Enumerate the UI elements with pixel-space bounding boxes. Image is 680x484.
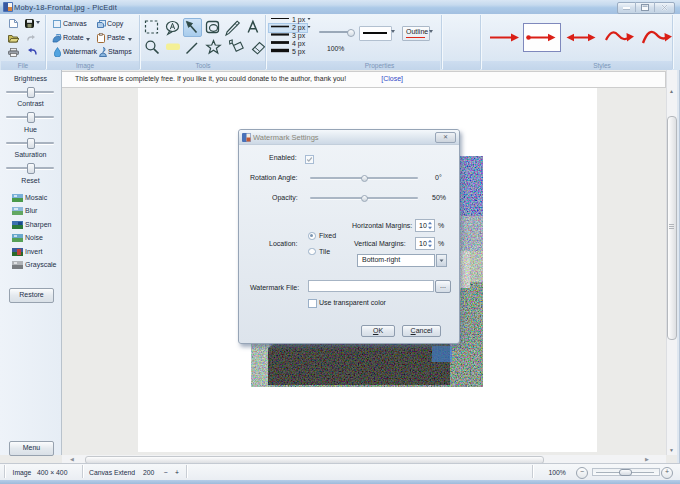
svg-text:5 px: 5 px — [292, 48, 306, 56]
svg-text:1 px: 1 px — [292, 16, 306, 24]
svg-text:3 px: 3 px — [292, 32, 306, 40]
svg-text:2 px: 2 px — [292, 24, 306, 32]
svg-text:4 px: 4 px — [292, 40, 306, 48]
